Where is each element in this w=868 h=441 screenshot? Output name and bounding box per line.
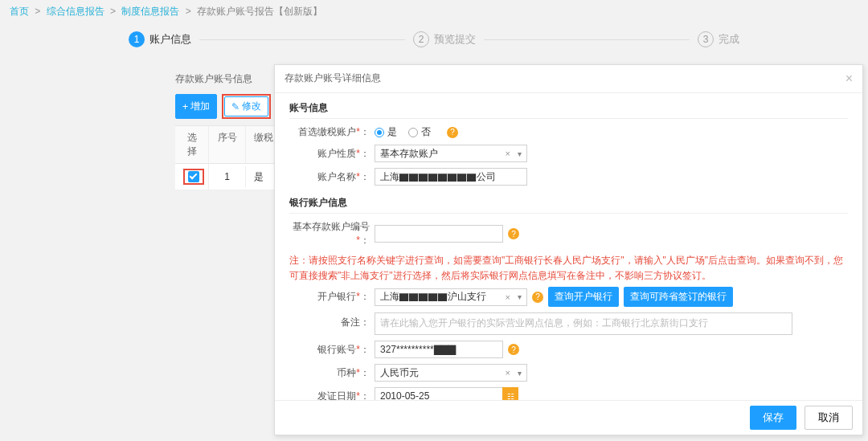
pref-tax-no-label: 否 (421, 125, 431, 139)
highlight-edit: ✎修改 (222, 94, 271, 119)
row-index: 1 (209, 166, 246, 187)
issue-date-input[interactable]: 2010-05-25 (375, 387, 503, 400)
remark-textarea[interactable]: 请在此输入您开户银行的实际营业网点信息，例如：工商银行北京新街口支行 (375, 312, 792, 335)
add-label: 增加 (190, 100, 210, 113)
breadcrumb-l2[interactable]: 制度信息报告 (121, 6, 179, 17)
pref-tax-yes-radio[interactable]: 是 (375, 125, 397, 139)
step-done: 3 完成 (698, 31, 739, 47)
step-account-info: 1 账户信息 (129, 31, 191, 47)
open-bank-select[interactable]: 上海▇▇▇▇▇沪山支行 × ▾ (375, 288, 527, 306)
clear-icon[interactable]: × (506, 149, 510, 158)
save-button[interactable]: 保存 (750, 406, 796, 430)
bank-no-input[interactable]: 327**********▇▇▇ (375, 341, 503, 358)
step2-label: 预览提交 (434, 32, 476, 47)
clear-icon[interactable]: × (506, 292, 510, 302)
breadcrumb-home[interactable]: 首页 (10, 6, 29, 17)
clear-icon[interactable]: × (506, 368, 510, 378)
edit-button[interactable]: ✎修改 (224, 96, 268, 116)
th-index: 序号 (209, 126, 246, 163)
step1-number: 1 (129, 31, 145, 47)
step-divider (484, 39, 690, 40)
step-divider (199, 39, 405, 40)
nature-select[interactable]: 基本存款账户 × ▾ (375, 145, 527, 162)
section-bank-info: 银行账户信息 (289, 191, 848, 214)
nature-label: 账户性质 (317, 148, 356, 159)
open-bank-value: 上海▇▇▇▇▇沪山支行 (380, 290, 486, 304)
help-icon[interactable]: ? (532, 292, 543, 303)
add-button[interactable]: +增加 (175, 94, 217, 119)
pref-tax-yes-label: 是 (387, 125, 397, 139)
currency-value: 人民币元 (380, 366, 419, 380)
nature-value: 基本存款账户 (380, 147, 438, 161)
remark-label: 备注： (289, 312, 370, 329)
chevron-down-icon: ▾ (518, 149, 522, 158)
plus-icon: + (182, 101, 188, 112)
basic-no-input[interactable] (375, 225, 503, 243)
step3-label: 完成 (719, 32, 739, 47)
breadcrumb-l1[interactable]: 综合信息报告 (47, 6, 104, 17)
edit-label: 修改 (242, 100, 261, 113)
name-label: 账户名称 (317, 171, 356, 182)
step1-label: 账户信息 (149, 32, 191, 47)
chevron-down-icon: ▾ (518, 369, 522, 378)
bank-no-label: 银行账号 (317, 344, 356, 355)
step2-number: 2 (413, 31, 429, 47)
basic-no-label: 基本存款账户编号 (293, 221, 370, 232)
breadcrumb-current: 存款账户账号报告【创新版】 (197, 6, 322, 17)
open-bank-label: 开户银行 (317, 291, 356, 302)
query-cross-province-button[interactable]: 查询可跨省签订的银行 (624, 287, 733, 307)
steps: 1 账户信息 2 预览提交 3 完成 (129, 31, 739, 47)
issue-date-value: 2010-05-25 (380, 390, 429, 400)
currency-label: 币种 (337, 367, 356, 378)
query-open-bank-button[interactable]: 查询开户银行 (548, 287, 619, 307)
cancel-button[interactable]: 取消 (805, 406, 853, 430)
bank-no-value: 327**********▇▇▇ (380, 344, 456, 355)
help-icon[interactable]: ? (447, 127, 458, 138)
th-select: 选择 (175, 126, 209, 163)
close-icon[interactable]: × (845, 71, 853, 86)
currency-select[interactable]: 人民币元 × ▾ (375, 364, 527, 382)
row-checkbox[interactable] (188, 171, 199, 182)
pref-tax-label: 首选缴税账户 (298, 126, 356, 137)
name-value: 上海▇▇▇▇▇▇▇▇公司 (380, 170, 496, 184)
breadcrumb: 首页 > 综合信息报告 > 制度信息报告 > 存款账户账号报告【创新版】 (0, 0, 868, 23)
modal-title: 存款账户账号详细信息 (285, 71, 381, 86)
pref-tax-no-radio[interactable]: 否 (408, 125, 431, 139)
chevron-down-icon: ▾ (518, 292, 522, 301)
issue-date-label: 发证日期 (317, 390, 356, 400)
highlight-checkbox (183, 169, 204, 185)
step-preview-submit: 2 预览提交 (413, 31, 476, 47)
step3-number: 3 (698, 31, 714, 47)
calendar-icon[interactable]: ☷ (502, 387, 518, 400)
pencil-icon: ✎ (231, 101, 240, 112)
account-detail-modal: 存款账户账号详细信息 × 账号信息 首选缴税账户*： 是 否 ? 账户性质*： … (274, 64, 863, 435)
name-input[interactable]: 上海▇▇▇▇▇▇▇▇公司 (375, 168, 527, 186)
bank-query-note: 注：请按照支行名称关键字进行查询，如需要查询"工商银行长春人民广场支行"，请输入… (289, 253, 848, 287)
section-account-info: 账号信息 (289, 96, 848, 119)
help-icon[interactable]: ? (508, 228, 519, 239)
help-icon[interactable]: ? (508, 344, 519, 355)
